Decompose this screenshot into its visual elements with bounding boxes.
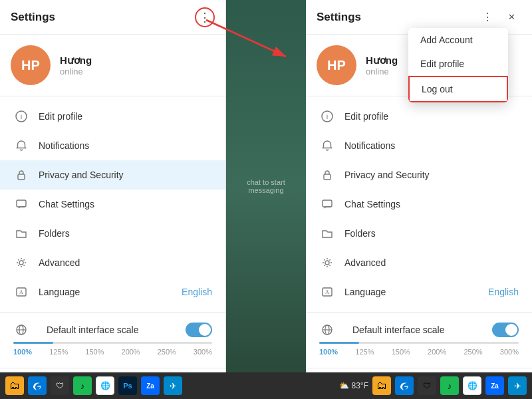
left-avatar-status: online — [60, 66, 92, 76]
right-scale-icon — [319, 322, 335, 338]
middle-text: chat to start messaging — [226, 178, 306, 194]
taskbar-zalo-icon[interactable]: Za — [141, 376, 160, 395]
left-avatar: HP — [11, 45, 51, 85]
left-menu-item-language[interactable]: A Language English — [0, 277, 225, 307]
scale-icon — [13, 322, 29, 338]
right-avatar-name: Hương — [366, 55, 398, 66]
advanced-icon — [13, 255, 29, 271]
left-scale-100: 100% — [13, 348, 32, 356]
left-scale-250: 250% — [158, 348, 176, 356]
right-scale-fill — [319, 342, 359, 344]
taskbar-right-zalo[interactable]: Za — [485, 376, 504, 395]
taskbar-edge-icon[interactable] — [28, 376, 47, 395]
right-chat-icon — [319, 196, 335, 212]
left-chat-label: Chat Settings — [39, 199, 212, 209]
right-scale-toggle[interactable] — [492, 323, 519, 337]
taskbar-music-icon[interactable]: ♪ — [73, 376, 92, 395]
left-language-label: Language — [39, 287, 182, 297]
dropdown-add-account[interactable]: Add Account — [408, 28, 508, 52]
right-notifications-label: Notifications — [344, 140, 519, 151]
left-scale-125: 125% — [49, 348, 68, 356]
right-advanced-icon — [319, 255, 335, 271]
taskbar-shield-icon[interactable]: 🛡 — [51, 376, 69, 395]
left-avatar-info: Hương online — [60, 55, 92, 76]
right-avatar-status: online — [366, 66, 398, 76]
dropdown-edit-profile[interactable]: Edit profile — [408, 52, 508, 76]
left-menu-item-folders[interactable]: Folders — [0, 219, 225, 248]
left-scale-bar-wrapper: 100% 125% 150% 200% 250% 300% — [0, 342, 225, 362]
svg-text:A: A — [325, 289, 329, 295]
left-panel-header: Settings ⋮ — [0, 0, 225, 35]
right-language-icon: A — [319, 284, 335, 300]
right-menu-section: i Edit profile Notifications Privacy and… — [306, 96, 532, 313]
right-scale-section: Default interface scale 100% 125% 150% 2… — [306, 313, 532, 368]
svg-point-18 — [325, 261, 329, 265]
right-privacy-label: Privacy and Security — [344, 170, 519, 180]
right-edit-profile-label: Edit profile — [344, 111, 519, 122]
left-menu-item-notifications[interactable]: Notifications — [0, 131, 225, 160]
right-lock-icon — [319, 167, 335, 183]
dropdown-menu: Add Account Edit profile Log out — [408, 28, 508, 102]
svg-rect-17 — [323, 200, 332, 207]
right-menu-item-folders[interactable]: Folders — [306, 219, 532, 248]
right-scale-300: 300% — [500, 348, 519, 356]
svg-rect-3 — [17, 200, 26, 207]
taskbar-right-shield[interactable]: 🛡 — [418, 376, 436, 395]
left-menu-item-edit-profile[interactable]: i Edit profile — [0, 102, 225, 131]
taskbar-chrome-icon[interactable]: 🌐 — [96, 376, 114, 395]
left-scale-toggle[interactable] — [186, 323, 212, 337]
right-scale-150: 150% — [392, 348, 410, 356]
taskbar-right-chrome[interactable]: 🌐 — [463, 376, 481, 395]
right-chat-label: Chat Settings — [344, 199, 519, 209]
right-scale-250: 250% — [464, 348, 482, 356]
svg-rect-2 — [18, 174, 25, 180]
left-scale-200: 200% — [122, 348, 140, 356]
left-more-button[interactable]: ⋮ — [195, 7, 215, 27]
right-panel-title: Settings — [317, 11, 361, 24]
right-menu-item-chat[interactable]: Chat Settings — [306, 190, 532, 219]
left-menu-item-privacy[interactable]: Privacy and Security — [0, 160, 225, 190]
left-menu-section: i Edit profile Notifications — [0, 96, 225, 313]
chat-icon — [13, 196, 29, 212]
taskbar-right-music[interactable]: ♪ — [440, 376, 459, 395]
weather-widget: ⛅ 83°F — [339, 381, 368, 390]
language-icon: A — [13, 284, 29, 300]
dropdown-log-out[interactable]: Log out — [408, 76, 508, 102]
right-more-button[interactable]: ⋮ — [477, 7, 497, 27]
right-menu-item-advanced[interactable]: Advanced — [306, 248, 532, 277]
right-folder-icon — [319, 225, 335, 241]
right-menu-item-edit-profile[interactable]: i Edit profile — [306, 102, 532, 131]
svg-point-4 — [19, 261, 23, 265]
taskbar-ps-icon[interactable]: Ps — [118, 376, 137, 395]
taskbar-right: ⛅ 83°F 🗂 🛡 ♪ 🌐 Za ✈ — [339, 376, 527, 395]
right-advanced-label: Advanced — [344, 257, 519, 268]
left-menu-item-advanced[interactable]: Advanced — [0, 248, 225, 277]
taskbar-right-edge[interactable] — [395, 376, 414, 395]
left-scale-labels: 100% 125% 150% 200% 250% 300% — [13, 348, 212, 356]
taskbar-right-telegram[interactable]: ✈ — [508, 376, 527, 395]
right-language-label: Language — [344, 287, 488, 297]
right-close-button[interactable]: ✕ — [501, 7, 521, 27]
right-more-icon: ⋮ — [482, 11, 493, 23]
right-bell-icon — [319, 138, 335, 154]
left-scale-section: Default interface scale 100% 125% 150% 2… — [0, 313, 225, 368]
weather-icon: ⛅ — [339, 381, 349, 390]
right-scale-bar — [319, 342, 519, 344]
right-scale-100: 100% — [319, 348, 338, 356]
right-scale-label: Default interface scale — [352, 325, 445, 335]
taskbar-right-files[interactable]: 🗂 — [372, 376, 391, 395]
info-icon: i — [13, 108, 29, 124]
right-menu-item-privacy[interactable]: Privacy and Security — [306, 160, 532, 190]
svg-text:i: i — [21, 112, 22, 120]
left-more-icon: ⋮ — [199, 10, 211, 25]
right-menu-item-language[interactable]: A Language English — [306, 277, 532, 307]
taskbar-files-icon[interactable]: 🗂 — [5, 376, 24, 395]
left-scale-bar — [13, 342, 212, 344]
left-edit-profile-label: Edit profile — [39, 111, 212, 122]
left-menu-item-chat[interactable]: Chat Settings — [0, 190, 225, 219]
left-scale-label: Default interface scale — [47, 325, 139, 335]
taskbar-telegram-icon[interactable]: ✈ — [164, 376, 182, 395]
right-folders-label: Folders — [344, 228, 519, 239]
right-menu-item-notifications[interactable]: Notifications — [306, 131, 532, 160]
weather-temp: 83°F — [352, 381, 368, 390]
